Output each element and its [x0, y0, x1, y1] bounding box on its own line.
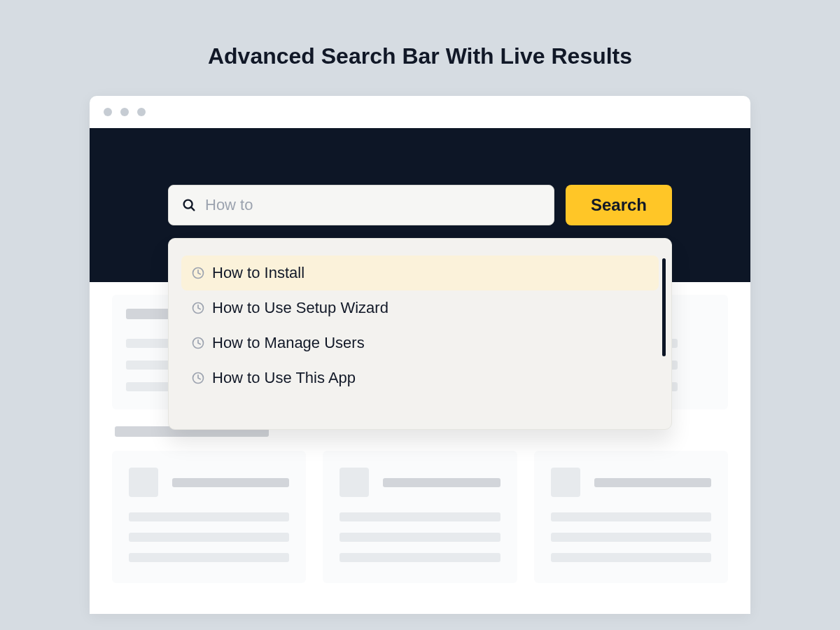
placeholder-card: [323, 451, 517, 583]
placeholder-bar: [551, 512, 711, 522]
svg-line-1: [191, 207, 194, 210]
suggestion-item[interactable]: How to Use Setup Wizard: [181, 290, 659, 326]
clock-icon: [191, 336, 205, 350]
placeholder-card: [534, 451, 728, 583]
traffic-light-dot: [120, 108, 129, 116]
placeholder-bar: [129, 512, 289, 522]
placeholder-bar: [129, 533, 289, 542]
search-input[interactable]: [205, 196, 541, 214]
search-box[interactable]: [168, 185, 554, 225]
placeholder-bar: [340, 533, 500, 542]
thumbnail-placeholder: [340, 468, 369, 497]
clock-icon: [191, 371, 205, 385]
thumbnail-placeholder: [551, 468, 580, 497]
search-icon: [181, 197, 197, 213]
suggestion-label: How to Use This App: [212, 369, 356, 387]
placeholder-bar: [340, 553, 500, 562]
suggestion-label: How to Manage Users: [212, 334, 365, 352]
browser-frame: Search How to Install How to Use Setup W…: [90, 96, 750, 614]
clock-icon: [191, 301, 205, 315]
thumbnail-placeholder: [129, 468, 158, 497]
suggestion-label: How to Use Setup Wizard: [212, 299, 388, 317]
search-button[interactable]: Search: [566, 185, 672, 225]
search-suggestions-dropdown: How to Install How to Use Setup Wizard H…: [168, 238, 672, 430]
traffic-light-dot: [104, 108, 112, 116]
suggestion-item[interactable]: How to Use This App: [181, 360, 659, 396]
placeholder-bar: [594, 478, 711, 487]
traffic-light-dot: [137, 108, 146, 116]
page-title: Advanced Search Bar With Live Results: [0, 0, 840, 96]
search-bar: Search How to Install How to Use Setup W…: [168, 185, 672, 225]
placeholder-bar: [383, 478, 500, 487]
placeholder-bar: [340, 512, 500, 522]
clock-icon: [191, 266, 205, 280]
suggestion-item[interactable]: How to Manage Users: [181, 326, 659, 360]
placeholder-bar: [172, 478, 289, 487]
dropdown-scrollbar[interactable]: [662, 258, 666, 356]
hero-banner: Search How to Install How to Use Setup W…: [90, 128, 750, 282]
placeholder-bar: [551, 553, 711, 562]
placeholder-bar: [129, 553, 289, 562]
suggestion-item[interactable]: How to Install: [181, 255, 659, 290]
suggestion-label: How to Install: [212, 264, 304, 282]
browser-chrome: [90, 96, 750, 128]
placeholder-bar: [551, 533, 711, 542]
placeholder-card: [112, 451, 306, 583]
